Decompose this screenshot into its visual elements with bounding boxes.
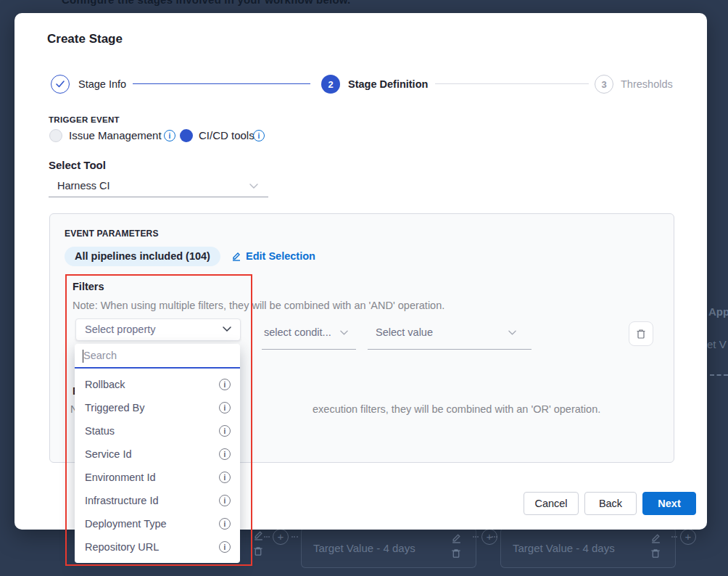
filters-note: Note: When using multiple filters, they … — [73, 300, 444, 311]
info-icon[interactable] — [219, 495, 231, 506]
step-2-label[interactable]: Stage Definition — [348, 75, 428, 94]
background-text-fragment: et V — [707, 338, 727, 350]
trigger-event-heading: TRIGGER EVENT — [49, 115, 120, 124]
condition-select-underline — [262, 349, 356, 350]
back-button[interactable]: Back — [584, 492, 637, 515]
pipelines-badge: All pipelines included (104) — [65, 247, 220, 266]
dropdown-item-label: Rollback — [85, 379, 219, 390]
dropdown-item[interactable]: Rollback — [75, 373, 240, 396]
dropdown-item[interactable]: Service Id — [75, 443, 240, 466]
check-icon — [56, 81, 65, 88]
cancel-button[interactable]: Cancel — [524, 492, 579, 515]
info-icon[interactable] — [219, 425, 231, 437]
dropdown-item[interactable]: Status — [75, 419, 240, 443]
stage-card: Target Value - 4 days — [500, 527, 676, 568]
info-icon[interactable] — [219, 402, 231, 414]
value-select-underline — [368, 349, 531, 350]
stage-card-label: Target Value - 4 days — [313, 542, 415, 554]
radio-issue-management[interactable] — [49, 129, 62, 142]
info-icon[interactable] — [253, 130, 265, 141]
condition-select[interactable]: select condit... — [264, 326, 331, 338]
dropdown-item[interactable]: Triggered By — [75, 396, 240, 419]
stage-card: Target Value - 4 days — [301, 527, 476, 568]
trash-icon — [636, 328, 646, 340]
background-dashed-line — [710, 374, 728, 376]
connector-dash — [291, 536, 298, 538]
connector-dash — [264, 536, 270, 538]
radio-issue-management-label[interactable]: Issue Management — [69, 129, 162, 142]
radio-cicd-tools-label[interactable]: CI/CD tools — [199, 129, 255, 142]
edit-pencil-icon — [451, 532, 463, 544]
info-icon[interactable] — [219, 472, 231, 483]
chevron-down-icon[interactable] — [508, 330, 516, 335]
event-parameters-heading: EVENT PARAMETERS — [65, 229, 159, 239]
modal-title: Create Stage — [47, 32, 123, 46]
info-icon[interactable] — [219, 541, 231, 553]
step-connector — [435, 83, 589, 84]
text-caret — [83, 350, 83, 363]
chevron-down-icon[interactable] — [340, 330, 348, 335]
search-input[interactable] — [75, 344, 240, 367]
next-button[interactable]: Next — [642, 492, 696, 515]
info-icon[interactable] — [164, 130, 175, 141]
filters-heading: Filters — [73, 281, 104, 292]
dropdown-item-label: Deployment Type — [85, 518, 219, 530]
dropdown-item-label: Triggered By — [85, 402, 219, 414]
trash-icon — [253, 546, 265, 557]
add-stage-button — [680, 529, 696, 545]
background-text-fragment: App — [708, 305, 728, 318]
property-dropdown-list: Rollback Triggered By Status Service Id — [75, 369, 240, 563]
dropdown-search-row — [75, 344, 240, 369]
dropdown-item[interactable]: Repository URL — [75, 535, 240, 559]
add-stage-button — [273, 529, 289, 545]
property-select[interactable]: Select property — [75, 318, 241, 341]
step-connector — [133, 83, 310, 84]
step-1-circle[interactable] — [51, 75, 70, 94]
trash-icon — [650, 548, 662, 559]
select-tool-label: Select Tool — [49, 159, 106, 171]
connector-dash — [492, 536, 497, 538]
dropdown-item-label: Infrastructure Id — [85, 495, 219, 506]
tool-select-value: Harness CI — [57, 180, 110, 192]
edit-selection-link[interactable]: Edit Selection — [231, 250, 315, 262]
screen: Configure the stages involved in your wo… — [0, 0, 728, 576]
connector-dash — [671, 536, 677, 538]
step-1-label[interactable]: Stage Info — [78, 75, 126, 94]
dropdown-item[interactable]: Environment Id — [75, 466, 240, 489]
dropdown-item-label: Status — [85, 425, 219, 437]
step-2-circle[interactable]: 2 — [321, 75, 340, 94]
dropdown-item-label: Repository URL — [85, 541, 219, 553]
info-icon[interactable] — [219, 379, 231, 390]
delete-filter-button[interactable] — [629, 321, 653, 346]
trash-icon — [451, 548, 463, 559]
info-icon[interactable] — [219, 518, 231, 530]
dropdown-item[interactable]: Infrastructure Id — [75, 489, 240, 512]
property-select-placeholder: Select property — [85, 324, 156, 335]
stage-card-label: Target Value - 4 days — [513, 542, 615, 554]
dropdown-item-label: Service Id — [85, 448, 219, 460]
connector-dash — [473, 536, 479, 538]
value-select[interactable]: Select value — [376, 326, 433, 338]
edit-selection-label: Edit Selection — [246, 250, 315, 262]
chevron-down-icon — [223, 326, 231, 332]
edit-pencil-icon — [253, 530, 265, 541]
property-dropdown-panel: Rollback Triggered By Status Service Id — [75, 344, 240, 563]
radio-cicd-tools[interactable] — [180, 129, 193, 142]
edit-pencil-icon — [231, 251, 241, 261]
execution-filters-note: execution filters, they will be combined… — [313, 403, 600, 415]
tool-select[interactable]: Harness CI — [49, 177, 268, 197]
dropdown-item[interactable]: Deployment Type — [75, 512, 240, 535]
step-3-circle[interactable]: 3 — [595, 75, 613, 94]
edit-pencil-icon — [650, 532, 662, 544]
chevron-down-icon — [249, 184, 258, 189]
dropdown-item-label: Environment Id — [85, 472, 219, 483]
info-icon[interactable] — [219, 448, 231, 460]
step-3-label[interactable]: Thresholds — [621, 75, 673, 94]
